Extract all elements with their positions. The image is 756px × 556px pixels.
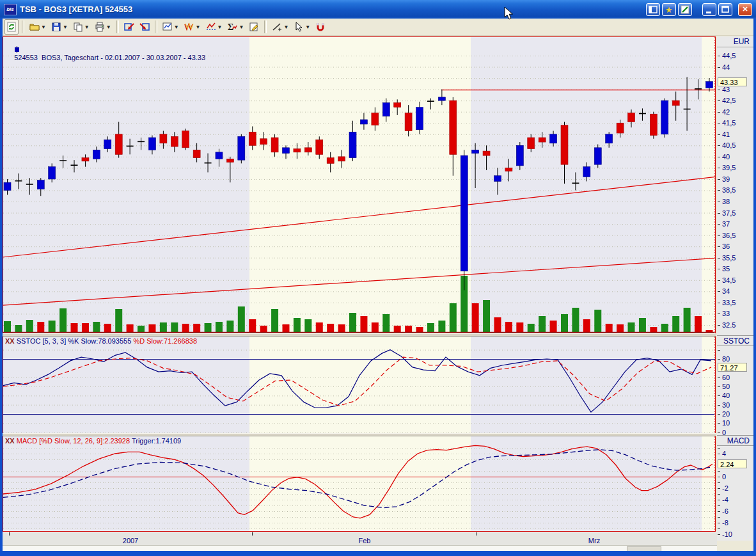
current-sstoc-badge: 71.27 (718, 363, 747, 372)
price-tick: 38,5 (717, 186, 753, 195)
save-button[interactable]: ▼ (49, 19, 70, 35)
macd-splitter[interactable] (3, 433, 716, 436)
price-tick: 39,5 (717, 164, 753, 172)
panel-button[interactable] (646, 3, 660, 16)
dropdown-caret-icon[interactable]: ▼ (239, 24, 244, 30)
time-label-2007: 2007 (123, 537, 138, 544)
strategy-button[interactable]: Σ▼ (225, 19, 246, 35)
edit-chart-icon (680, 4, 690, 15)
app-icon: bis (4, 4, 17, 15)
candle-icon (14, 46, 20, 53)
dropdown-caret-icon[interactable]: ▼ (305, 24, 310, 30)
price-axis-unit: EUR (717, 36, 753, 47)
price-tick: 39 (717, 175, 753, 184)
time-label-mrz: Mrz (588, 537, 600, 544)
price-tick: 34 (717, 287, 753, 296)
refresh-button[interactable] (4, 19, 19, 35)
folder-icon (29, 22, 40, 32)
minimize-icon (704, 4, 714, 15)
price-tick: 35 (717, 265, 753, 273)
price-tick: 36,5 (717, 232, 753, 240)
dropdown-caret-icon[interactable]: ▼ (283, 24, 288, 30)
print-button[interactable]: ▼ (93, 19, 113, 35)
price-tick: 32.5 (717, 321, 753, 330)
price-tick: 41 (717, 131, 753, 139)
price-tick: 38 (717, 198, 753, 206)
price-tick: 44 (717, 63, 753, 72)
sstoc-tick: 50 (717, 383, 753, 391)
maximize-button[interactable] (718, 3, 732, 16)
printer-icon (95, 22, 105, 32)
jump-forward-button[interactable] (138, 19, 152, 35)
line-tool-icon (272, 22, 282, 32)
chart-header: 524553 BOS3, Tageschart - 02.01.2007 - 3… (6, 38, 205, 69)
price-tick: 40,5 (717, 141, 753, 150)
red-arrow-left-icon (124, 22, 134, 32)
copy-button[interactable]: ▼ (71, 19, 91, 35)
macd-header: XX MACD [%D Slow, 12, 26, 9]:2.23928 Tri… (5, 437, 181, 445)
price-tick: 41,5 (717, 119, 753, 127)
properties-button[interactable] (247, 19, 261, 35)
page-pencil-icon (249, 22, 259, 32)
refresh-icon (6, 22, 17, 32)
time-tick (9, 532, 10, 536)
draw-line-button[interactable]: ▼ (270, 19, 290, 35)
price-tick: 37,5 (717, 209, 753, 218)
time-axis[interactable]: 2007FebMrz (3, 532, 717, 552)
macd-tick: -10 (717, 530, 753, 539)
dropdown-caret-icon[interactable]: ▼ (106, 24, 111, 30)
macd-remove-icon[interactable]: XX (5, 437, 15, 445)
sstoc-splitter[interactable] (3, 333, 716, 337)
close-button[interactable]: ✕ (738, 3, 752, 16)
price-tick: 33 (717, 310, 753, 318)
indicator-button[interactable]: ▼ (204, 19, 224, 35)
price-tick: 36 (717, 242, 753, 251)
toolbar-separator (264, 20, 267, 33)
dropdown-caret-icon[interactable]: ▼ (84, 24, 90, 30)
sstoc-axis-title: SSTOC (717, 335, 753, 346)
sstoc-tick: 30 (717, 401, 753, 409)
maximize-icon (720, 4, 730, 15)
open-button[interactable]: ▼ (28, 19, 48, 35)
copy-icon (73, 22, 83, 32)
pointer-button[interactable]: ▼ (292, 19, 312, 35)
sstoc-tick: 60 (717, 374, 753, 382)
zigzag-w-icon (184, 22, 194, 32)
chart-type-button[interactable]: ▼ (161, 19, 181, 35)
dropdown-caret-icon[interactable]: ▼ (217, 24, 223, 30)
edit-chart-button[interactable] (678, 3, 692, 16)
time-label-feb: Feb (359, 537, 371, 544)
svg-text:★: ★ (665, 5, 673, 15)
favorites-button[interactable]: ★ (662, 3, 676, 16)
jump-back-button[interactable] (122, 19, 136, 35)
toolbar-separator (155, 20, 157, 33)
toolbar-separator (22, 20, 24, 33)
red-arrow-right-icon (139, 22, 150, 32)
price-tick: 42,5 (717, 97, 753, 105)
price-axis[interactable]: EUR SSTOC MACD 44,5444342,54241,54140,54… (717, 36, 753, 541)
time-tick (252, 532, 253, 536)
magnet-button[interactable] (313, 19, 327, 35)
dropdown-caret-icon[interactable]: ▼ (196, 24, 201, 30)
dropdown-caret-icon[interactable]: ▼ (174, 24, 179, 30)
app-window: bis TSB - BOS3 [XETRA] 524553 ★✕ ▼▼▼▼▼▼▼… (0, 0, 756, 556)
magnet-icon (315, 22, 326, 32)
timeframe-button[interactable]: ▼ (182, 19, 203, 35)
mouse-cursor (504, 6, 516, 22)
price-tick: 40 (717, 153, 753, 161)
chart-canvas[interactable] (3, 36, 716, 532)
current-price-badge: 43.33 (718, 77, 747, 86)
minimize-button[interactable] (702, 3, 716, 16)
main-toolbar: ▼▼▼▼▼▼▼Σ▼▼▼ (3, 19, 755, 36)
dropdown-caret-icon[interactable]: ▼ (63, 24, 68, 30)
sstoc-remove-icon[interactable]: XX (5, 337, 15, 345)
chart-page-icon (162, 22, 173, 32)
toolbar-separator (116, 20, 119, 33)
dropdown-caret-icon[interactable]: ▼ (41, 24, 46, 30)
price-tick: 37 (717, 220, 753, 228)
svg-text:Σ: Σ (228, 22, 233, 32)
sstoc-header: XX SSTOC [5, 3, 3] %K Slow:78.093555 %D … (5, 337, 197, 345)
title-bar[interactable]: bis TSB - BOS3 [XETRA] 524553 ★✕ (0, 0, 756, 19)
time-tick (476, 532, 476, 536)
current-macd-badge: 2.24 (718, 459, 747, 468)
